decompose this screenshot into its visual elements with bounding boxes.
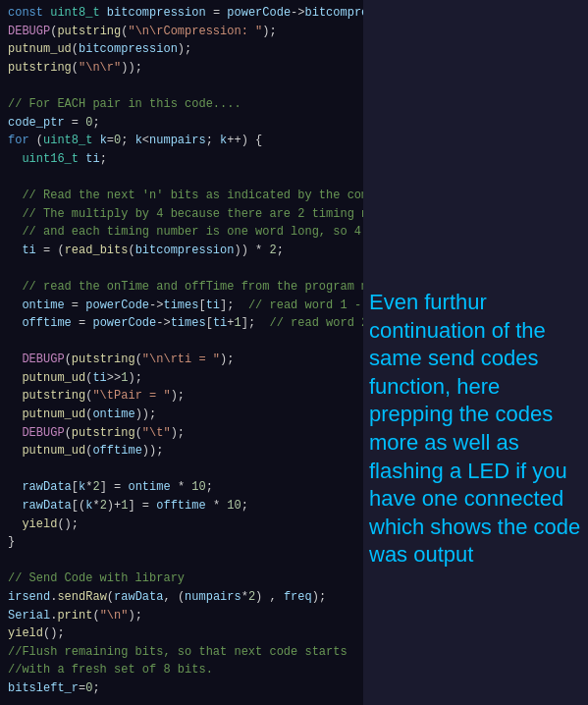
annotation-text: Even furthur continuation of the same se…: [363, 285, 588, 589]
code-block: const uint8_t bitcompression = powerCode…: [0, 0, 363, 705]
code-container: const uint8_t bitcompression = powerCode…: [0, 0, 588, 705]
